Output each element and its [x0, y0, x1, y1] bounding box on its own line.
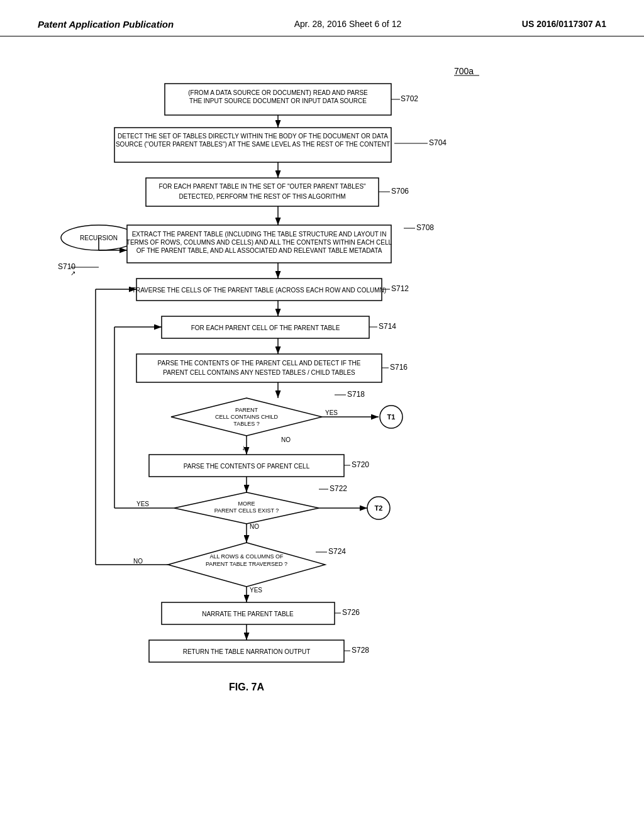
svg-text:(FROM A DATA SOURCE OR DOCUMEN: (FROM A DATA SOURCE OR DOCUMENT) READ AN… [188, 89, 368, 96]
svg-text:NARRATE THE PARENT TABLE: NARRATE THE PARENT TABLE [202, 611, 294, 617]
svg-text:NO: NO [281, 436, 291, 443]
svg-text:FOR EACH PARENT CELL OF THE PA: FOR EACH PARENT CELL OF THE PARENT TABLE [191, 324, 340, 331]
svg-text:NO: NO [250, 523, 259, 530]
svg-text:S726: S726 [342, 608, 360, 617]
svg-text:S728: S728 [352, 646, 369, 655]
svg-text:PARSE THE CONTENTS OF THE PARE: PARSE THE CONTENTS OF THE PARENT CELL AN… [158, 360, 361, 367]
svg-text:CELL CONTAINS CHILD: CELL CONTAINS CHILD [215, 414, 279, 420]
svg-text:PARSE THE CONTENTS OF PARENT C: PARSE THE CONTENTS OF PARENT CELL [184, 463, 310, 470]
svg-text:S724: S724 [328, 547, 346, 556]
svg-text:EXTRACT THE PARENT TABLE (INCL: EXTRACT THE PARENT TABLE (INCLUDING THE … [132, 231, 387, 238]
diagram-id-label: 700a [454, 66, 474, 76]
svg-text:YES: YES [325, 409, 338, 416]
svg-text:↗: ↗ [70, 270, 75, 277]
svg-text:FOR EACH PARENT TABLE IN THE S: FOR EACH PARENT TABLE IN THE SET OF "OUT… [158, 183, 366, 190]
svg-text:FIG. 7A: FIG. 7A [229, 682, 264, 692]
svg-text:S704: S704 [429, 138, 447, 147]
svg-rect-13 [146, 178, 379, 206]
svg-text:S714: S714 [379, 322, 396, 331]
svg-text:OF THE PARENT TABLE, AND ALL A: OF THE PARENT TABLE, AND ALL ASSOCIATED … [136, 247, 382, 254]
svg-text:S706: S706 [391, 187, 409, 196]
svg-text:PARENT CELL CONTAINS ANY NESTE: PARENT CELL CONTAINS ANY NESTED TABLES /… [163, 369, 355, 376]
svg-text:ALL ROWS & COLUMNS OF: ALL ROWS & COLUMNS OF [209, 553, 284, 560]
svg-text:PARENT CELLS EXIST ?: PARENT CELLS EXIST ? [214, 507, 279, 514]
svg-text:THE INPUT SOURCE DOCUMENT OR I: THE INPUT SOURCE DOCUMENT OR INPUT DATA … [189, 97, 367, 104]
svg-text:S720: S720 [352, 460, 369, 469]
page-header: Patent Application Publication Apr. 28, … [0, 0, 644, 36]
svg-rect-43 [136, 354, 382, 382]
header-date-sheet: Apr. 28, 2016 Sheet 6 of 12 [294, 19, 401, 29]
svg-text:S716: S716 [390, 363, 408, 372]
svg-text:S722: S722 [330, 484, 347, 493]
header-publication: Patent Application Publication [38, 19, 174, 30]
svg-text:S718: S718 [347, 390, 365, 399]
header-patent-number: US 2016/0117307 A1 [522, 19, 606, 29]
svg-text:NO: NO [133, 558, 143, 565]
svg-text:DETECT THE SET OF TABLES DIREC: DETECT THE SET OF TABLES DIRECTLY WITHIN… [118, 133, 388, 140]
svg-text:S712: S712 [391, 284, 409, 293]
svg-text:S708: S708 [416, 223, 434, 232]
svg-text:T2: T2 [375, 504, 383, 512]
svg-text:TRAVERSE THE CELLS OF THE PARE: TRAVERSE THE CELLS OF THE PARENT TABLE (… [132, 287, 386, 294]
svg-text:PARENT: PARENT [235, 407, 258, 413]
diagram-container: 700a (FROM A DATA SOURCE OR DOCUMENT) RE… [0, 43, 644, 810]
flowchart-svg: 700a (FROM A DATA SOURCE OR DOCUMENT) RE… [39, 55, 605, 797]
svg-text:SOURCE ("OUTER PARENT TABLES"): SOURCE ("OUTER PARENT TABLES") AT THE SA… [116, 141, 390, 148]
svg-text:TERMS OF ROWS, COLUMNS AND CEL: TERMS OF ROWS, COLUMNS AND CELLS) AND AL… [126, 239, 392, 246]
svg-text:S702: S702 [401, 94, 418, 103]
svg-text:TABLES ?: TABLES ? [233, 421, 259, 427]
svg-text:↓: ↓ [242, 443, 245, 452]
svg-text:YES: YES [136, 501, 149, 507]
svg-text:RETURN THE TABLE NARRATION OUT: RETURN THE TABLE NARRATION OUTPUT [183, 648, 311, 655]
svg-text:MORE: MORE [238, 501, 255, 507]
svg-text:YES: YES [250, 587, 262, 594]
svg-text:DETECTED, PERFORM THE REST OF : DETECTED, PERFORM THE REST OF THIS ALGOR… [179, 193, 345, 200]
svg-text:PARENT TABLE TRAVERSED ?: PARENT TABLE TRAVERSED ? [206, 561, 287, 567]
svg-text:T1: T1 [387, 413, 396, 421]
